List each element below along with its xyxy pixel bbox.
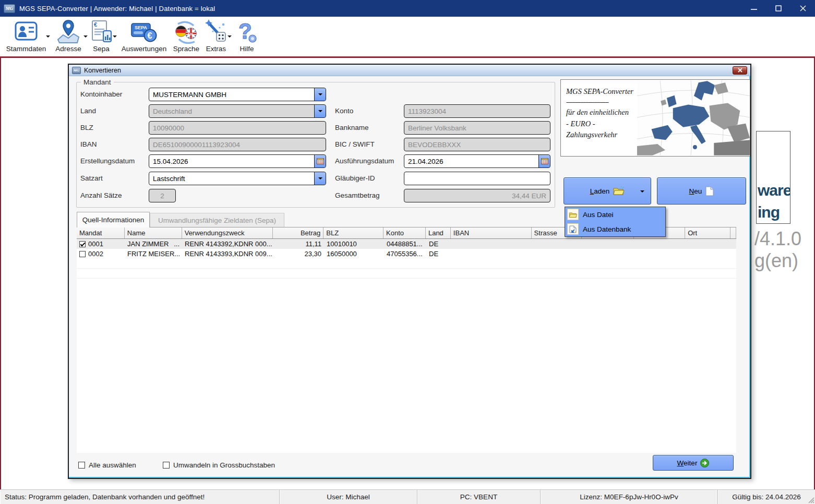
column-header-iban[interactable]: IBAN xyxy=(451,227,532,238)
toolbar-item-hilfe[interactable]: ? Hilfe xyxy=(234,18,260,53)
column-header-mandat[interactable]: Mandat xyxy=(77,227,125,238)
menu-item-label: Aus Datei xyxy=(583,211,614,219)
dialog-close-button[interactable] xyxy=(733,66,747,75)
weiter-button[interactable]: Weiter xyxy=(653,455,734,471)
cell-mandat: 0001 xyxy=(88,240,103,248)
checkbox-box[interactable] xyxy=(78,462,85,469)
toolbar-item-sprache[interactable]: EN Sprache xyxy=(171,18,201,53)
blz-label: BLZ xyxy=(80,121,93,135)
cell-name: FRITZ MEISER xyxy=(127,250,174,258)
toolbar-label: Sprache xyxy=(171,45,201,53)
row-checkbox[interactable] xyxy=(79,251,86,257)
land-label: Land xyxy=(80,104,96,118)
tab-zieldaten-sepa[interactable]: Umwandlungsfähige Zieldaten (Sepa) xyxy=(150,213,284,227)
cell-name: JAN ZIMMER xyxy=(127,240,169,248)
satzart-label: Satzart xyxy=(80,172,103,185)
column-header-name[interactable]: Name xyxy=(125,227,182,238)
empty-table-row xyxy=(77,259,736,269)
tab-quell-informationen[interactable]: Quell-Informationen xyxy=(77,212,150,227)
stammdaten-dropdown-arrow-icon[interactable] xyxy=(46,35,50,40)
toolbar-item-extras[interactable]: Extras xyxy=(202,18,230,53)
cell-name-ellipsis: ... xyxy=(174,240,179,248)
neu-button[interactable]: Neu xyxy=(657,177,746,205)
land-dropdown-button xyxy=(314,104,326,118)
column-header-blz[interactable]: BLZ xyxy=(323,227,383,238)
laden-button[interactable]: Laden xyxy=(564,177,651,205)
laden-dropdown-arrow-icon[interactable] xyxy=(640,190,644,195)
tab-label: Quell-Informationen xyxy=(82,216,145,224)
satzart-dropdown-button[interactable] xyxy=(314,172,326,185)
minimize-button[interactable] xyxy=(741,0,766,17)
id-card-icon xyxy=(2,18,50,44)
statusbar: Status: Programm geladen, Datenbank vorh… xyxy=(0,489,815,504)
cell-verwendungszweck: RENR 4143393,KDNR 009... xyxy=(182,250,273,258)
blz-field: 10090000 xyxy=(149,121,326,135)
menu-item-aus-datenbank[interactable]: Aus Datenbank xyxy=(565,222,665,236)
column-header-konto[interactable]: Konto xyxy=(383,227,426,238)
konto-label: Konto xyxy=(335,104,353,118)
dialog-titlebar[interactable]: MG Konvertieren xyxy=(69,65,750,76)
language-flags-icon: EN xyxy=(171,18,201,44)
table-row[interactable]: 0001 JAN ZIMMER... RENR 4143392,KDNR 000… xyxy=(77,239,736,249)
background-brand-box: ware ing xyxy=(756,131,790,224)
cell-blz: 10010010 xyxy=(324,240,384,248)
toolbar-item-sepa[interactable]: € Sepa xyxy=(88,18,115,53)
checkbox-label: Alle auswählen xyxy=(89,461,136,469)
close-button[interactable] xyxy=(790,0,815,17)
logo-line: MGS SEPA-Converter xyxy=(566,86,637,98)
adresse-dropdown-arrow-icon[interactable] xyxy=(83,35,88,40)
window-controls xyxy=(741,0,815,17)
satzart-combobox[interactable]: Lastschrift xyxy=(149,172,326,185)
gesamtbetrag-label: Gesamtbetrag xyxy=(335,189,380,202)
toolbar-item-adresse[interactable]: Adresse xyxy=(52,18,85,53)
grossbuchstaben-checkbox[interactable]: Umwandeln in Grossbuchstaben xyxy=(163,461,275,469)
logo-line: --------------------------- xyxy=(566,98,637,107)
logo-line: Zahlungsverkehr xyxy=(566,129,637,141)
toolbar-item-stammdaten[interactable]: Stammdaten xyxy=(2,18,50,53)
column-header-land[interactable]: Land xyxy=(426,227,451,238)
column-header-betrag[interactable]: Betrag xyxy=(273,227,323,238)
checkbox-label: Umwandeln in Grossbuchstaben xyxy=(173,461,275,469)
close-icon xyxy=(738,68,742,73)
chevron-down-icon xyxy=(318,177,322,182)
maximize-button[interactable] xyxy=(766,0,790,17)
row-checkbox[interactable] xyxy=(79,241,86,247)
sepa-dropdown-arrow-icon[interactable] xyxy=(113,35,117,40)
konto-field: 1113923004 xyxy=(404,104,550,118)
erstellungsdatum-calendar-button[interactable] xyxy=(314,154,326,168)
logo-line: - EURO - xyxy=(566,118,637,130)
window-titlebar: MG MGS SEPA-Converter | Anwender: Michae… xyxy=(0,0,815,17)
glaeubiger-id-field[interactable] xyxy=(404,172,550,185)
blank-page-icon xyxy=(705,186,714,196)
cell-blz: 16050000 xyxy=(324,250,384,258)
statusbar-pc: PC: VBENT xyxy=(417,490,541,504)
extras-dropdown-arrow-icon[interactable] xyxy=(227,35,232,40)
ausfuehrungsdatum-label: Ausführungsdatum xyxy=(335,154,394,168)
toolbar-label: Adresse xyxy=(52,45,85,53)
background-version-text: g(en) xyxy=(754,250,798,272)
iban-field: DE65100900001113923004 xyxy=(149,138,326,151)
logo-line: für den einheitlichen xyxy=(566,107,637,118)
toolbar-item-auswertungen[interactable]: SEPA € Auswertungen xyxy=(119,18,169,53)
anzahl-saetze-value: 2 xyxy=(160,192,164,200)
ausfuehrungsdatum-field[interactable]: 21.04.2026 xyxy=(404,154,550,168)
svg-text:SEPA: SEPA xyxy=(135,25,147,30)
column-header-verwendungszweck[interactable]: Verwendungszweck xyxy=(182,227,273,238)
checkbox-box[interactable] xyxy=(163,462,170,469)
kontoinhaber-dropdown-button[interactable] xyxy=(314,88,326,101)
konto-value: 1113923004 xyxy=(408,107,446,115)
ausfuehrungsdatum-calendar-button[interactable] xyxy=(538,154,550,168)
erstellungsdatum-field[interactable]: 15.04.2026 xyxy=(149,154,326,168)
alle-auswaehlen-checkbox[interactable]: Alle auswählen xyxy=(78,461,136,469)
database-import-icon xyxy=(567,223,579,235)
toolbar-label: Stammdaten xyxy=(2,45,50,53)
ausfuehrungsdatum-value: 21.04.2026 xyxy=(408,158,444,165)
kontoinhaber-combobox[interactable]: MUSTERMANN GMBH xyxy=(149,88,326,101)
table-row[interactable]: 0002 FRITZ MEISER... RENR 4143393,KDNR 0… xyxy=(77,249,736,259)
column-header-ort[interactable]: Ort xyxy=(685,227,730,238)
toolbar-label: Sepa xyxy=(88,45,115,53)
map-pin-icon xyxy=(52,18,85,44)
menu-item-aus-datei[interactable]: Aus Datei xyxy=(565,207,665,222)
statusbar-lizenz: Lizenz: M0EF-6pJw-Hr0O-iwPv xyxy=(541,490,718,504)
resize-grip[interactable] xyxy=(808,497,814,503)
